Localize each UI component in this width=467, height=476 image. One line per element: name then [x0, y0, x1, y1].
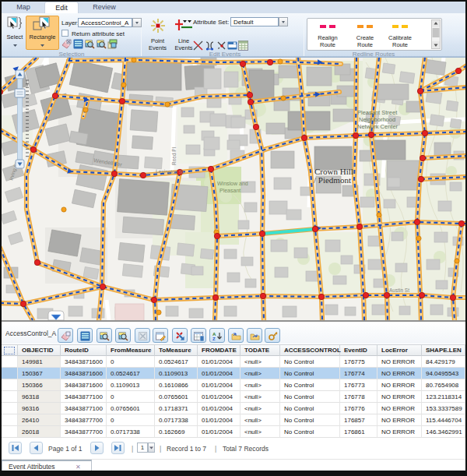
svg-text:Pleasant Street: Pleasant Street — [357, 109, 398, 116]
svg-text:Austin St: Austin St — [389, 287, 409, 293]
svg-text:Neighborhood: Neighborhood — [359, 116, 395, 123]
svg-text:Winslow and: Winslow and — [217, 181, 248, 186]
svg-text:Reed Pl: Reed Pl — [171, 146, 177, 165]
svg-text:Network Center: Network Center — [357, 123, 399, 130]
svg-text:Pleasant: Pleasant — [219, 188, 241, 193]
svg-text:/ Piedmont: / Piedmont — [314, 175, 351, 185]
svg-text:Z: Z — [212, 337, 216, 341]
svg-text:A: A — [212, 331, 216, 336]
